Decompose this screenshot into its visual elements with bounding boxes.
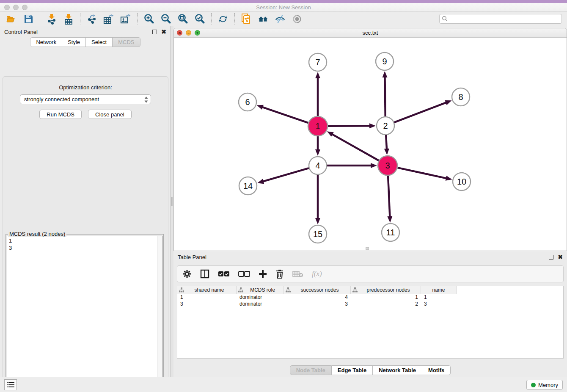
- edge-arrowhead: [371, 163, 377, 168]
- delete-columns-icon[interactable]: [275, 269, 284, 279]
- column-header-MCDS-role[interactable]: MCDS role: [237, 286, 284, 294]
- save-session-icon[interactable]: [23, 14, 34, 25]
- mcds-result-textarea[interactable]: 1 3: [7, 236, 162, 392]
- column-header-name[interactable]: name: [421, 286, 457, 294]
- table-row[interactable]: 3dominator323: [177, 301, 563, 308]
- table-cell[interactable]: 3: [421, 301, 457, 308]
- tab-node-table[interactable]: Node Table: [290, 365, 332, 375]
- function-builder-icon[interactable]: f(x): [312, 270, 322, 278]
- network-view-window: ✕ – + scc.txt 1234678910111415: [173, 28, 567, 251]
- table-cell[interactable]: dominator: [237, 301, 284, 308]
- task-history-button[interactable]: [4, 379, 17, 390]
- node-label-9: 9: [382, 57, 387, 66]
- edge-4-14[interactable]: [263, 168, 309, 182]
- edge-arrowhead: [384, 149, 389, 155]
- table-cell[interactable]: 3: [177, 301, 237, 308]
- edge-2-8[interactable]: [394, 102, 447, 122]
- search-input[interactable]: [439, 14, 562, 24]
- edge-3-1[interactable]: [332, 134, 379, 161]
- column-header-label: MCDS role: [243, 287, 282, 293]
- float-panel-icon[interactable]: [152, 30, 157, 34]
- column-type-icon: [352, 287, 358, 293]
- edge-arrowhead: [387, 216, 392, 223]
- table-row[interactable]: 1dominator411: [177, 294, 563, 301]
- table-cell[interactable]: 1: [351, 294, 421, 301]
- tab-motifs[interactable]: Motifs: [422, 365, 451, 375]
- table-cell[interactable]: dominator: [237, 294, 284, 301]
- table-cell[interactable]: 1: [421, 294, 457, 301]
- criterion-dropdown[interactable]: strongly connected component: [20, 94, 151, 104]
- column-header-predecessor-nodes[interactable]: predecessor nodes: [351, 286, 421, 294]
- table-panel-title: Table Panel: [178, 254, 549, 260]
- table-options-icon[interactable]: [182, 269, 192, 279]
- select-all-columns-icon[interactable]: [218, 271, 230, 277]
- unselect-all-columns-icon[interactable]: [238, 271, 250, 277]
- tab-network[interactable]: Network: [30, 37, 62, 47]
- edge-1-2[interactable]: [328, 126, 370, 126]
- delete-table-icon[interactable]: [292, 270, 303, 278]
- memory-button[interactable]: Memory: [526, 380, 563, 390]
- table-cell[interactable]: 1: [177, 294, 237, 301]
- network-window-titlebar[interactable]: ✕ – + scc.txt: [174, 28, 567, 38]
- zoom-out-icon[interactable]: [160, 14, 171, 25]
- clone-network-icon[interactable]: [241, 14, 252, 25]
- column-type-icon: [238, 287, 243, 293]
- table-cell[interactable]: 4: [284, 294, 351, 301]
- control-panel-title: Control Panel: [4, 29, 152, 35]
- node-label-11: 11: [386, 228, 395, 237]
- column-header-label: name: [423, 287, 454, 293]
- column-type-icon: [286, 287, 291, 293]
- create-column-icon[interactable]: [259, 270, 267, 278]
- node-label-2: 2: [383, 121, 388, 130]
- table-cell[interactable]: 2: [351, 301, 421, 308]
- edge-3-11[interactable]: [388, 176, 390, 217]
- hide-selected-icon[interactable]: [275, 14, 286, 25]
- node-table[interactable]: shared nameMCDS rolesuccessor nodesprede…: [177, 286, 564, 359]
- close-panel-button[interactable]: Close panel: [88, 110, 132, 119]
- tab-mcds[interactable]: MCDS: [113, 37, 140, 47]
- close-panel-icon[interactable]: ✖: [161, 29, 166, 35]
- export-network-icon[interactable]: [86, 14, 97, 25]
- edge-1-6[interactable]: [262, 107, 308, 123]
- edge-arrowhead: [315, 72, 320, 78]
- first-neighbors-icon[interactable]: [258, 14, 269, 25]
- export-table-icon[interactable]: [103, 14, 114, 25]
- tab-edge-table[interactable]: Edge Table: [332, 365, 373, 375]
- run-mcds-button[interactable]: Run MCDS: [39, 110, 82, 119]
- show-columns-icon[interactable]: [200, 269, 209, 279]
- table-cell[interactable]: 3: [284, 301, 351, 308]
- edge-arrowhead: [369, 123, 376, 128]
- table-close-panel-icon[interactable]: ✖: [558, 254, 563, 260]
- show-all-icon[interactable]: [292, 14, 303, 25]
- export-image-icon[interactable]: [120, 14, 131, 25]
- edge-2-3[interactable]: [386, 135, 387, 149]
- mcds-result-groupbox: MCDS result (2 nodes) 1 3: [6, 234, 164, 392]
- window-resize-grip[interactable]: [366, 247, 369, 250]
- tab-style[interactable]: Style: [62, 37, 86, 47]
- open-session-icon[interactable]: [6, 14, 17, 25]
- edge-2-9[interactable]: [385, 77, 385, 116]
- network-canvas[interactable]: 1234678910111415: [174, 38, 567, 251]
- app-titlebar: Session: New Session: [0, 3, 567, 12]
- column-header-shared-name[interactable]: shared name: [177, 286, 237, 294]
- column-header-label: shared name: [184, 287, 234, 293]
- column-header-successor-nodes[interactable]: successor nodes: [284, 286, 351, 294]
- import-table-icon[interactable]: [63, 14, 74, 25]
- tab-select[interactable]: Select: [86, 37, 113, 47]
- import-network-icon[interactable]: [46, 14, 57, 25]
- apply-layout-icon[interactable]: [217, 14, 228, 25]
- node-label-7: 7: [315, 58, 320, 67]
- table-toolbar: f(x): [177, 265, 564, 282]
- zoom-in-icon[interactable]: [143, 14, 154, 25]
- result-scrollbar[interactable]: [157, 236, 162, 392]
- column-header-label: successor nodes: [291, 287, 349, 293]
- edge-3-10[interactable]: [397, 168, 446, 178]
- zoom-fit-icon[interactable]: [177, 14, 188, 25]
- search-icon: [442, 16, 448, 24]
- network-graph[interactable]: 1234678910111415: [174, 38, 567, 251]
- zoom-selected-icon[interactable]: [194, 14, 205, 25]
- node-label-3: 3: [385, 161, 390, 170]
- column-type-icon: [179, 287, 184, 293]
- tab-network-table[interactable]: Network Table: [373, 365, 422, 375]
- table-float-panel-icon[interactable]: [549, 255, 553, 259]
